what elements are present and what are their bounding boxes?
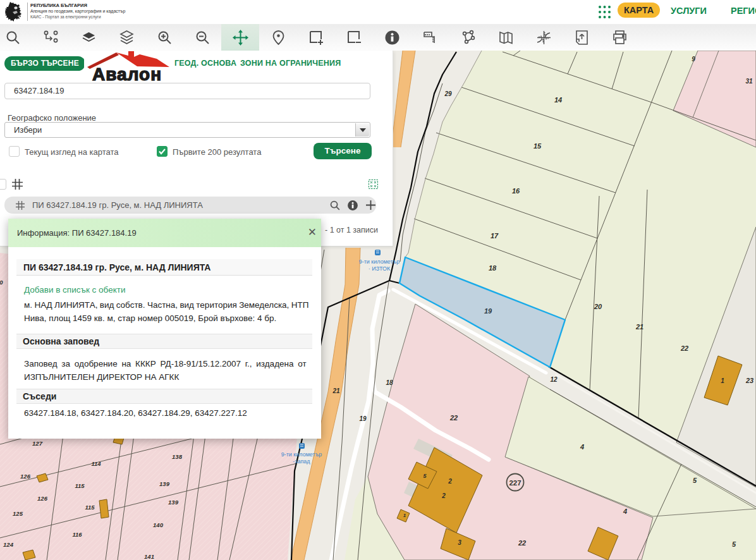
svg-text:17: 17 xyxy=(491,232,499,240)
svg-text:116: 116 xyxy=(72,531,82,538)
svg-text:126: 126 xyxy=(37,495,48,502)
svg-text:139: 139 xyxy=(159,480,170,487)
svg-text:· ИЗТОК: · ИЗТОК xyxy=(369,265,391,272)
svg-text:31: 31 xyxy=(745,78,753,85)
svg-text:114: 114 xyxy=(91,460,101,467)
svg-text:19: 19 xyxy=(359,415,367,422)
svg-text:227: 227 xyxy=(509,479,521,487)
svg-text:9-ти километър: 9-ти километър xyxy=(359,259,400,265)
svg-text:139: 139 xyxy=(168,499,179,506)
svg-text:115: 115 xyxy=(75,482,85,489)
svg-text:5: 5 xyxy=(732,540,736,548)
svg-text:22: 22 xyxy=(680,344,688,352)
svg-text:138: 138 xyxy=(172,453,183,460)
svg-text:14: 14 xyxy=(554,96,562,104)
svg-text:2: 2 xyxy=(441,492,446,499)
svg-text:1: 1 xyxy=(403,513,406,518)
svg-text:125: 125 xyxy=(13,510,23,517)
svg-text:15: 15 xyxy=(533,142,542,150)
svg-text:3: 3 xyxy=(458,539,461,546)
svg-text:12: 12 xyxy=(550,376,558,383)
svg-text:126: 126 xyxy=(20,473,31,480)
svg-text:16: 16 xyxy=(512,187,520,195)
svg-text:4: 4 xyxy=(623,508,627,515)
svg-text:115: 115 xyxy=(85,504,95,511)
svg-text:124: 124 xyxy=(3,541,14,548)
svg-text:21: 21 xyxy=(635,323,643,331)
svg-text:1: 1 xyxy=(721,377,724,384)
svg-text:4: 4 xyxy=(580,443,584,451)
svg-text:0: 0 xyxy=(0,279,3,286)
svg-text:18: 18 xyxy=(489,264,497,272)
svg-text:29: 29 xyxy=(444,90,452,97)
svg-text:141: 141 xyxy=(144,553,154,560)
svg-text:23: 23 xyxy=(745,377,753,384)
svg-text:21: 21 xyxy=(332,387,340,394)
svg-text:20: 20 xyxy=(594,303,602,310)
svg-text:-запад: -запад xyxy=(293,458,310,465)
svg-text:19: 19 xyxy=(484,307,492,315)
svg-text:18: 18 xyxy=(386,379,393,386)
svg-text:22: 22 xyxy=(518,539,526,547)
svg-text:9: 9 xyxy=(692,56,695,63)
svg-text:2: 2 xyxy=(448,478,452,485)
svg-text:5: 5 xyxy=(693,477,697,484)
svg-text:9-ти километър: 9-ти километър xyxy=(281,451,322,458)
svg-text:140: 140 xyxy=(153,521,164,528)
svg-text:Авалон: Авалон xyxy=(92,64,162,83)
svg-text:22: 22 xyxy=(449,414,458,422)
svg-text:127: 127 xyxy=(32,440,43,447)
